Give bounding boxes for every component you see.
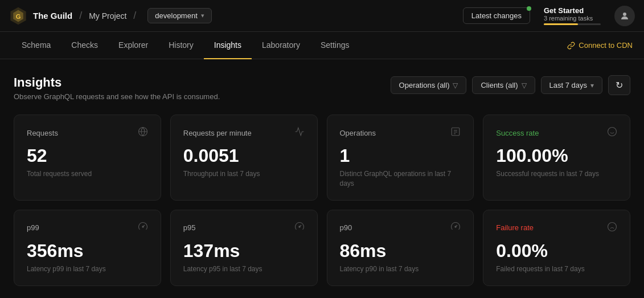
card-desc: Distinct GraphQL operations in last 7 da… xyxy=(340,169,461,189)
card-label: Requests per minute xyxy=(183,129,252,137)
filter-icon: ▽ xyxy=(453,81,458,89)
metrics-row-1: Requests 52 Total requests served Reques… xyxy=(14,115,630,201)
secondary-navbar: Schema Checks Explorer History Insights … xyxy=(0,32,644,59)
clients-filter-button[interactable]: Clients (all) ▽ xyxy=(472,76,535,94)
operations-filter-button[interactable]: Operations (all) ▽ xyxy=(391,76,467,94)
speedometer-icon xyxy=(138,222,148,234)
card-label: p95 xyxy=(183,223,196,232)
timerange-label: Last 7 days xyxy=(549,81,588,89)
card-label: Operations xyxy=(340,129,376,137)
requests-card: Requests 52 Total requests served xyxy=(14,115,161,201)
card-value: 137ms xyxy=(183,241,305,261)
operations-filter-label: Operations (all) xyxy=(399,81,450,89)
svg-point-13 xyxy=(142,226,143,227)
card-value: 356ms xyxy=(27,241,148,261)
logo-icon: G xyxy=(9,7,27,25)
card-value: 0.0051 xyxy=(183,146,305,166)
project-name[interactable]: My Project xyxy=(89,11,126,21)
activity-icon xyxy=(294,126,305,139)
card-value: 1 xyxy=(340,146,461,166)
nav-item-schema[interactable]: Schema xyxy=(11,32,61,59)
connect-cdn-label: Connect to CDN xyxy=(579,41,633,50)
chevron-down-icon-2: ▾ xyxy=(590,81,594,89)
success-rate-card: Success rate 100.00% Successful requests… xyxy=(483,115,630,201)
failure-rate-card: Failure rate 0.00% Failed requests in la… xyxy=(483,210,630,286)
nav-item-laboratory[interactable]: Laboratory xyxy=(252,32,310,59)
card-label: Success rate xyxy=(496,129,539,137)
progress-bar-fill xyxy=(544,23,578,25)
card-value: 0.00% xyxy=(496,241,617,261)
card-label: p99 xyxy=(27,223,39,232)
progress-bar xyxy=(544,23,601,25)
nav-item-explorer[interactable]: Explorer xyxy=(108,32,158,59)
svg-point-9 xyxy=(608,128,617,136)
connect-cdn-button[interactable]: Connect to CDN xyxy=(567,41,633,50)
nav-item-settings[interactable]: Settings xyxy=(310,32,360,59)
svg-rect-5 xyxy=(452,128,460,136)
p95-card: p95 137ms Latency p95 in last 7 days xyxy=(170,210,318,286)
card-value: 86ms xyxy=(340,241,461,261)
nav-item-checks[interactable]: Checks xyxy=(61,32,108,59)
latest-changes-button[interactable]: Latest changes xyxy=(463,7,530,24)
smile-icon xyxy=(607,126,617,139)
p99-card: p99 356ms Latency p99 in last 7 days xyxy=(14,210,161,286)
brand-logo[interactable]: G The Guild xyxy=(9,7,72,25)
card-value: 52 xyxy=(27,146,148,166)
environment-selector[interactable]: development ▾ xyxy=(147,8,211,23)
svg-point-3 xyxy=(623,13,626,16)
nav-item-insights[interactable]: Insights xyxy=(204,32,252,59)
chevron-down-icon: ▾ xyxy=(201,12,204,19)
sep1: / xyxy=(79,10,82,22)
speedometer-icon-2 xyxy=(294,222,305,234)
page-subtitle: Observe GraphQL requests and see how the… xyxy=(14,92,220,101)
metrics-row-2: p99 356ms Latency p99 in last 7 days p95… xyxy=(14,210,630,286)
sep2: / xyxy=(133,10,136,22)
card-desc: Successful requests in last 7 days xyxy=(496,169,617,179)
env-label: development xyxy=(155,11,197,20)
nav-items: Schema Checks Explorer History Insights … xyxy=(11,32,360,59)
page-title: Insights xyxy=(14,75,220,90)
status-dot xyxy=(527,6,531,11)
main-content: Insights Observe GraphQL requests and se… xyxy=(0,59,644,298)
card-desc: Latency p90 in last 7 days xyxy=(340,264,461,274)
card-label: p90 xyxy=(340,223,352,232)
operations-card: Operations 1 Distinct GraphQL operations… xyxy=(327,115,474,201)
svg-point-15 xyxy=(298,226,300,227)
card-value: 100.00% xyxy=(496,146,617,166)
brand-name-text: The Guild xyxy=(33,11,72,21)
timerange-filter-button[interactable]: Last 7 days ▾ xyxy=(541,76,603,94)
document-icon xyxy=(450,126,461,139)
get-started-sub: 3 remaining tasks xyxy=(544,15,601,22)
page-header: Insights Observe GraphQL requests and se… xyxy=(14,75,630,101)
svg-text:G: G xyxy=(16,13,21,19)
globe-icon xyxy=(138,126,148,139)
card-desc: Latency p99 in last 7 days xyxy=(27,264,148,274)
frown-icon xyxy=(607,222,617,234)
card-desc: Failed requests in last 7 days xyxy=(496,264,617,274)
nav-item-history[interactable]: History xyxy=(158,32,204,59)
card-label: Failure rate xyxy=(496,223,534,232)
svg-point-18 xyxy=(608,222,617,231)
card-label: Requests xyxy=(27,129,58,137)
svg-point-17 xyxy=(455,226,456,227)
refresh-button[interactable]: ↻ xyxy=(608,75,630,95)
link-icon xyxy=(567,42,575,50)
avatar[interactable] xyxy=(614,6,635,26)
card-desc: Total requests served xyxy=(27,169,148,179)
filter-row: Operations (all) ▽ Clients (all) ▽ Last … xyxy=(391,75,630,95)
p90-card: p90 86ms Latency p90 in last 7 days xyxy=(327,210,474,286)
speedometer-icon-3 xyxy=(450,222,461,234)
page-title-area: Insights Observe GraphQL requests and se… xyxy=(14,75,220,101)
requests-per-minute-card: Requests per minute 0.0051 Throughput in… xyxy=(170,115,318,201)
filter-icon-2: ▽ xyxy=(522,81,527,89)
card-desc: Latency p95 in last 7 days xyxy=(183,264,305,274)
refresh-icon: ↻ xyxy=(616,80,623,91)
card-desc: Throughput in last 7 days xyxy=(183,169,305,179)
top-navbar: G The Guild / My Project / development ▾… xyxy=(0,0,644,32)
clients-filter-label: Clients (all) xyxy=(481,81,518,89)
get-started-label: Get Started xyxy=(544,6,601,15)
get-started-area[interactable]: Get Started 3 remaining tasks xyxy=(544,6,601,25)
